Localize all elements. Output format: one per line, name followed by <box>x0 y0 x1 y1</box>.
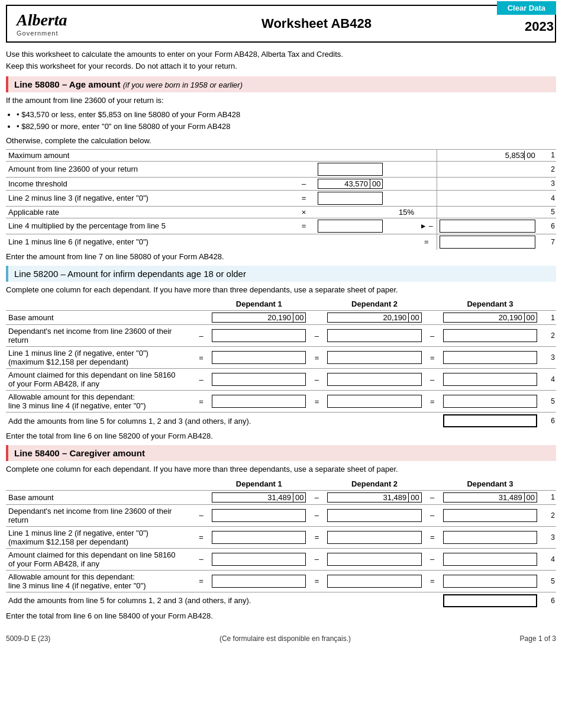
dep1-input-box[interactable] <box>212 509 306 522</box>
dep2-input-box[interactable] <box>327 553 421 566</box>
amount-input[interactable] <box>320 165 380 173</box>
dep3-input[interactable] <box>441 548 540 570</box>
dep1-field[interactable] <box>214 375 303 384</box>
dep3-field[interactable] <box>445 375 535 384</box>
dep3-input[interactable] <box>441 369 540 391</box>
result-input[interactable] <box>442 237 533 246</box>
input-box[interactable] <box>318 163 383 176</box>
dep3-input-box[interactable] <box>443 531 537 544</box>
dep2-input[interactable] <box>325 325 424 347</box>
clear-data-button[interactable]: Clear Data <box>497 1 556 15</box>
dep1-input[interactable] <box>209 347 308 369</box>
result-input-box[interactable] <box>440 220 535 233</box>
dep3-input-box[interactable] <box>443 373 537 386</box>
input-box[interactable] <box>318 220 383 233</box>
dep2-field[interactable] <box>330 331 419 340</box>
dep1-value[interactable]: 20,190 00 <box>209 311 308 325</box>
dep1-input[interactable] <box>209 526 308 548</box>
dep3-input[interactable] <box>441 347 540 369</box>
dep3-field[interactable] <box>445 511 535 520</box>
dep3-input-box[interactable] <box>443 553 537 566</box>
dep2-input-box[interactable] <box>327 509 421 522</box>
dep2-input[interactable] <box>325 548 424 570</box>
dep2-input-box[interactable] <box>327 395 421 408</box>
dep1-input[interactable] <box>209 391 308 413</box>
dep1-field[interactable] <box>214 555 303 563</box>
dep2-input-box[interactable] <box>327 373 421 386</box>
dep3-input[interactable] <box>441 391 540 413</box>
dep1-input[interactable] <box>209 548 308 570</box>
row-input[interactable] <box>315 161 416 177</box>
dep1-input[interactable] <box>209 325 308 347</box>
dep3-field[interactable] <box>445 576 535 585</box>
line6-field[interactable] <box>446 596 534 605</box>
row-result[interactable]: 00 <box>437 149 538 161</box>
dep2-input[interactable] <box>325 391 424 413</box>
dep3-input[interactable] <box>441 504 540 526</box>
dep1-field[interactable] <box>214 331 303 340</box>
row-result[interactable] <box>437 234 538 250</box>
dep1-input[interactable] <box>209 369 308 391</box>
dep3-field[interactable] <box>445 555 535 563</box>
dep2-field[interactable] <box>330 397 419 406</box>
dep3-field[interactable] <box>445 353 535 362</box>
dep2-field[interactable] <box>330 353 419 362</box>
dep1-input-box[interactable] <box>212 575 306 588</box>
dep3-input-box[interactable] <box>443 351 537 364</box>
dep2-input[interactable] <box>325 369 424 391</box>
dep2-input-box[interactable] <box>327 531 421 544</box>
dep1-input-box[interactable] <box>212 531 306 544</box>
dep1-input[interactable] <box>209 504 308 526</box>
dep2-field[interactable] <box>330 511 419 520</box>
result-input-box[interactable] <box>440 236 535 249</box>
dep3-field[interactable] <box>445 331 535 340</box>
row-result[interactable] <box>437 218 538 234</box>
dep3-input-box[interactable] <box>443 509 537 522</box>
dep1-field[interactable] <box>214 533 303 542</box>
dep1-input-box[interactable] <box>212 351 306 364</box>
amount-input[interactable] <box>320 221 380 230</box>
row-input[interactable]: 43,570 00 <box>315 177 416 190</box>
dep2-input[interactable] <box>325 570 424 592</box>
result-input[interactable] <box>442 221 533 230</box>
result-input[interactable] <box>477 151 524 160</box>
dep2-input[interactable] <box>325 526 424 548</box>
dep3-input[interactable] <box>441 325 540 347</box>
dep1-field[interactable] <box>214 511 303 520</box>
dep3-field[interactable] <box>445 397 535 406</box>
dep2-input-box[interactable] <box>327 351 421 364</box>
dep1-input-box[interactable] <box>212 553 306 566</box>
dep1-value[interactable]: 31,489 00 <box>209 490 308 504</box>
dep1-field[interactable] <box>214 397 303 406</box>
dep3-input-box[interactable] <box>443 575 537 588</box>
dep1-input-box[interactable] <box>212 373 306 386</box>
row-input[interactable] <box>315 190 416 206</box>
dep2-input[interactable] <box>325 347 424 369</box>
line6-result[interactable] <box>441 592 540 609</box>
dep2-field[interactable] <box>330 576 419 585</box>
dep2-input-box[interactable] <box>327 575 421 588</box>
dep3-input-box[interactable] <box>443 329 537 342</box>
dep2-field[interactable] <box>330 375 419 384</box>
dep1-input-box[interactable] <box>212 329 306 342</box>
dep2-field[interactable] <box>330 533 419 542</box>
dep2-value[interactable]: 31,489 00 <box>325 490 424 504</box>
dep3-input-box[interactable] <box>443 395 537 408</box>
dep1-field[interactable] <box>214 353 303 362</box>
dep1-input[interactable] <box>209 570 308 592</box>
dep1-field[interactable] <box>214 576 303 585</box>
line6-field[interactable] <box>446 417 534 426</box>
line6-input-box[interactable] <box>443 414 537 427</box>
dep3-field[interactable] <box>445 533 535 542</box>
dep2-input[interactable] <box>325 504 424 526</box>
dep3-value[interactable]: 20,190 00 <box>441 311 540 325</box>
row-input[interactable] <box>315 218 416 234</box>
input-box[interactable] <box>318 192 383 205</box>
line6-input-box[interactable] <box>443 594 537 607</box>
dep1-input-box[interactable] <box>212 395 306 408</box>
dep3-input[interactable] <box>441 570 540 592</box>
line6-result[interactable] <box>441 413 540 430</box>
dep2-input-box[interactable] <box>327 329 421 342</box>
dep2-field[interactable] <box>330 555 419 563</box>
amount-input[interactable] <box>320 194 380 202</box>
